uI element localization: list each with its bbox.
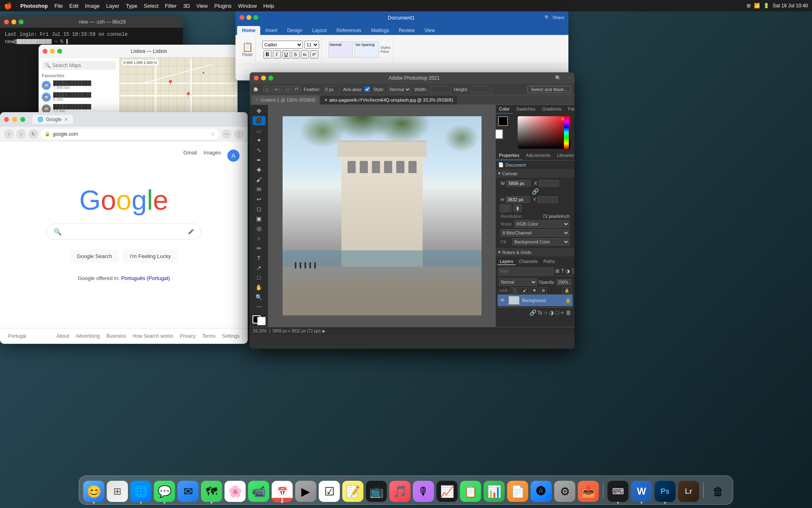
ps-libraries-tab[interactable]: Libraries [554, 151, 574, 160]
dock-facetime[interactable]: 📹 [248, 481, 269, 502]
ps-background-swatch[interactable] [495, 129, 503, 139]
ps-add-mask-btn[interactable]: ○ [544, 309, 547, 316]
google-language-link[interactable]: Português (Portugal) [121, 275, 170, 281]
ps-color-gradient-box[interactable] [518, 116, 570, 149]
ps-tab-photo[interactable]: ✕ alex-paganelli-rYVmXecm64Q-unsplash.jp… [320, 96, 457, 104]
text-tool[interactable]: T [253, 254, 266, 263]
microphone-icon[interactable]: 🎤 [188, 229, 194, 234]
dock-calendar[interactable]: 📅 2 [272, 481, 293, 502]
dock-terminal[interactable]: ⌨ [607, 481, 628, 502]
menu-select[interactable]: Select [144, 3, 158, 9]
ps-patterns-tab[interactable]: Patterns [565, 105, 574, 114]
minimize-button[interactable] [11, 20, 16, 24]
dock-system-prefs[interactable]: ⚙ [554, 481, 575, 502]
dock-summary[interactable]: 📋 [460, 481, 481, 502]
dock-messages[interactable]: 💬 [154, 481, 175, 502]
dock-transmit[interactable]: 📤 [578, 481, 599, 502]
ps-canvas-section-header[interactable]: ▾ Canvas [496, 169, 574, 178]
magic-wand-tool[interactable]: ✦ [253, 136, 266, 145]
italic-button[interactable]: I [273, 50, 281, 59]
maps-search-bar[interactable]: 🔍 [42, 61, 116, 70]
chrome-extensions-button[interactable]: ⋯ [222, 129, 231, 139]
ps-link-layers-btn[interactable]: 🔗 [529, 309, 536, 316]
height-input[interactable] [471, 86, 492, 93]
menu-plugins[interactable]: Plugins [214, 3, 232, 9]
ps-fill-select[interactable]: Background Color [512, 238, 570, 245]
control-center-icon[interactable]: ⊞ [747, 3, 751, 9]
underline-button[interactable]: U [282, 50, 290, 59]
maps-fav-item-2[interactable]: 🏠 ████████████ 6 min [42, 92, 116, 102]
dock-pages[interactable]: 📄 [507, 481, 528, 502]
maps-maximize-button[interactable] [57, 49, 62, 54]
dock-photos[interactable]: 🌸 [225, 481, 246, 502]
ps-color-picker-area[interactable] [510, 116, 570, 149]
menu-type[interactable]: Type [126, 3, 137, 9]
dock-photoshop[interactable]: Ps [654, 481, 676, 502]
dock-notes[interactable]: 📝 [342, 481, 363, 502]
dock-reminders[interactable]: ☑ [319, 481, 340, 502]
superscript-button[interactable]: x² [310, 50, 318, 59]
ps-add-style-btn[interactable]: fx [538, 309, 542, 316]
ps-layer-type-btn[interactable]: T [561, 267, 564, 275]
ps-opacity-input[interactable] [557, 279, 571, 285]
ps-tab-close-2[interactable]: ✕ [324, 98, 328, 102]
menu-filter[interactable]: Filter [165, 3, 177, 9]
strikethrough-button[interactable]: S [292, 50, 300, 59]
active-app-name[interactable]: Photoshop [20, 3, 48, 9]
ps-new-group-btn[interactable]: □ [555, 309, 559, 316]
ps-intersect-sel[interactable]: ⊓ [293, 86, 300, 93]
style-no-spacing[interactable]: No Spacing [354, 41, 379, 58]
google-search-button[interactable]: Google Search [70, 250, 119, 263]
zoom-tool[interactable]: 🔍 [253, 293, 266, 302]
ps-more-icon[interactable]: ⋯ [566, 76, 570, 81]
ps-layer-eye-icon[interactable]: 👁 [499, 297, 506, 304]
ps-width-input[interactable] [506, 180, 531, 187]
ps-layer-filter-btn[interactable]: ⊞ [555, 267, 559, 275]
footer-about[interactable]: About [56, 333, 69, 339]
images-link[interactable]: Images [203, 150, 221, 162]
ps-portrait-orient[interactable]: ▮ [514, 204, 522, 212]
style-select[interactable]: Normal [388, 86, 411, 93]
apple-menu[interactable]: 🍎 [4, 2, 12, 10]
footer-settings[interactable]: Settings [222, 333, 240, 339]
ps-minimize-button[interactable] [261, 76, 266, 80]
maps-fav-item-1[interactable]: 🏠 ████████████ 7.968 km [42, 80, 116, 90]
chrome-reload-button[interactable]: ↻ [28, 129, 38, 139]
footer-advertising[interactable]: Advertising [76, 333, 100, 339]
width-input[interactable] [430, 86, 451, 93]
dock-word[interactable]: W [631, 481, 652, 502]
chrome-address-bar[interactable]: 🔒 google.com ☆ [41, 129, 219, 139]
google-search-input[interactable] [65, 228, 185, 235]
gradient-tool[interactable]: ▣ [253, 214, 266, 223]
brush-tool[interactable]: 🖌 [253, 175, 266, 184]
footer-privacy[interactable]: Privacy [180, 333, 196, 339]
pen-tool[interactable]: ✏ [253, 244, 266, 253]
word-tab-layout[interactable]: Layout [307, 26, 332, 35]
star-icon[interactable]: ☆ [211, 131, 215, 137]
ps-foreground-swatch[interactable] [498, 116, 508, 126]
ps-height-input[interactable] [505, 196, 530, 203]
ps-blend-mode-select[interactable]: Normal [499, 278, 537, 286]
ps-swatches-tab[interactable]: Swatches [513, 105, 539, 114]
dock-stocks[interactable]: 📈 [436, 481, 458, 502]
clone-stamp-tool[interactable]: ✉ [253, 185, 266, 194]
dock-safari[interactable]: 🌐 [130, 481, 151, 502]
ps-lock-transparent-btn[interactable]: ⬛ [510, 287, 519, 293]
dodge-tool[interactable]: ○ [253, 234, 266, 243]
maps-map[interactable]: 0 500 1.000 1.500 m 📍 📍 ● [120, 58, 238, 120]
select-mask-btn[interactable]: Select and Mask... [527, 86, 572, 93]
crop-tool[interactable]: ⤡ [253, 145, 266, 154]
chrome-close-button[interactable] [4, 117, 9, 122]
feeling-lucky-button[interactable]: I'm Feeling Lucky [123, 250, 178, 263]
subscript-button[interactable]: x₂ [301, 50, 309, 59]
shape-tool[interactable]: □ [253, 273, 266, 282]
ps-tab-close-1[interactable]: ✕ [255, 98, 259, 102]
blur-tool[interactable]: ◎ [253, 224, 266, 233]
healing-brush-tool[interactable]: ✚ [253, 165, 266, 174]
chrome-back-button[interactable]: ‹ [4, 129, 14, 139]
ps-layer-background[interactable]: 👁 Background 🔒 [497, 294, 573, 306]
word-minimize-button[interactable] [246, 15, 251, 20]
ps-lock-all-btn[interactable]: 🔒 [562, 287, 571, 293]
paste-icon[interactable]: 📋 [242, 42, 253, 52]
ps-adjustments-tab[interactable]: Adjustments [523, 151, 554, 160]
